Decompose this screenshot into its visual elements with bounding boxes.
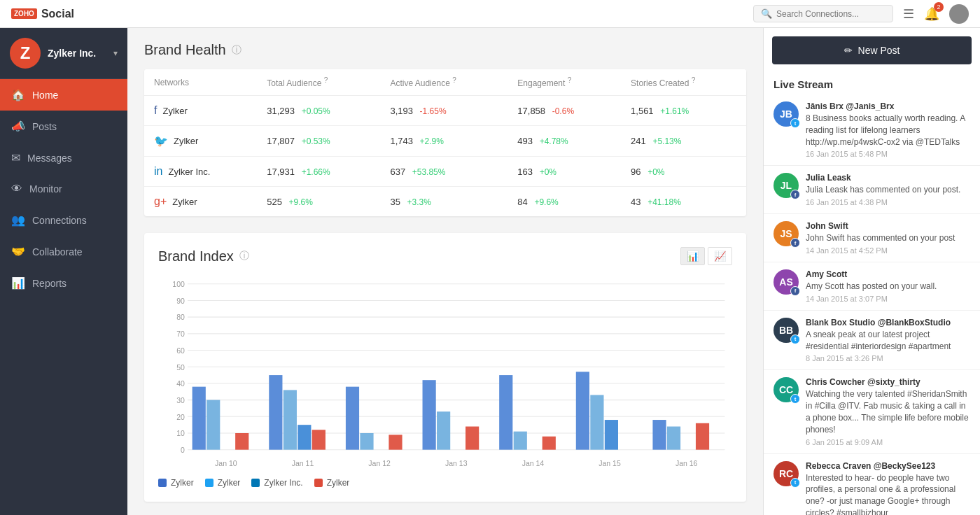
avatar: BB t (774, 318, 799, 343)
engagement-change: +0% (540, 167, 556, 177)
stream-name: John Swift (806, 221, 970, 231)
legend-item: Zylker Inc. (251, 478, 302, 488)
active-audience-change: +53.85% (412, 167, 446, 177)
engagement-cell: 163 +0% (507, 157, 621, 187)
user-avatar[interactable] (949, 4, 969, 24)
stream-name: Blank Box Studio @BlankBoxStudio (806, 318, 970, 327)
avatar: JB t (774, 101, 799, 127)
engagement-change: +4.78% (540, 136, 568, 146)
total-audience-cell: 525 +9.6% (257, 187, 380, 217)
legend-color-dot (158, 479, 167, 487)
svg-text:Jan 13: Jan 13 (445, 459, 468, 467)
network-badge: f (790, 286, 800, 296)
stream-text: Amy Scott has posted on your wall. (806, 281, 970, 292)
active-audience-cell: 1,743 +2.9% (380, 126, 507, 157)
avatar: JL f (774, 173, 799, 198)
stream-text: 8 Business books actually worth reading.… (806, 113, 970, 148)
list-item[interactable]: JS f John Swift John Swift has commented… (764, 214, 980, 262)
col-active-audience: Active Audience ? (380, 69, 507, 96)
sidebar-item-home[interactable]: 🏠 Home (0, 79, 127, 111)
svg-rect-40 (388, 435, 402, 449)
stories-change: +41.18% (648, 197, 681, 207)
avatar: CC t (774, 377, 799, 402)
posts-icon: 📣 (11, 120, 25, 133)
stream-text: Watching the very talented #SheridanSmit… (806, 388, 970, 435)
svg-text:90: 90 (176, 297, 185, 305)
legend-color-dot (251, 479, 260, 487)
svg-rect-32 (437, 411, 450, 449)
line-chart-button[interactable]: 📈 (708, 247, 732, 265)
logo: ZOHO Social (11, 8, 74, 20)
stream-content: Blank Box Studio @BlankBoxStudio A sneak… (806, 318, 970, 363)
svg-text:60: 60 (176, 346, 185, 355)
legend-label: Zylker (218, 478, 241, 488)
network-badge: t (790, 478, 800, 488)
sidebar-brand[interactable]: Z Zylker Inc. ▾ (0, 28, 127, 79)
sidebar-item-monitor[interactable]: 👁 Monitor (0, 174, 127, 204)
network-cell: g+ Zylker (144, 187, 257, 217)
stream-name: Rebecca Craven @BeckySee123 (806, 461, 970, 471)
stream-list: JB t Jânis Brx @Janis_Brx 8 Business boo… (764, 94, 980, 515)
collaborate-icon: 🤝 (11, 245, 25, 258)
legend-color-dot (205, 479, 214, 487)
brand-index-info-icon[interactable]: ⓘ (239, 250, 249, 262)
active-audience-cell: 3,193 -1.65% (380, 96, 507, 126)
sidebar-label-messages: Messages (27, 153, 72, 164)
svg-text:Jan 16: Jan 16 (676, 459, 698, 467)
search-connections-input[interactable] (776, 9, 886, 19)
brand-health-info-icon[interactable]: ⓘ (232, 44, 241, 57)
chart-header: Brand Index ⓘ 📊 📈 (158, 247, 732, 265)
active-audience-cell: 637 +53.85% (380, 157, 507, 187)
network-name: Zylker Inc. (168, 167, 210, 177)
new-post-button[interactable]: ✏ New Post (772, 36, 972, 64)
network-badge: t (790, 394, 800, 404)
topbar-right: 🔍 ☰ 🔔 2 (753, 4, 969, 24)
twitter-icon: 🐦 (154, 134, 168, 148)
network-name: Zylker (172, 197, 197, 207)
list-item[interactable]: JB t Jânis Brx @Janis_Brx 8 Business boo… (764, 94, 980, 166)
svg-rect-33 (514, 432, 527, 450)
active-audience-value: 1,743 (390, 136, 413, 146)
svg-rect-41 (465, 427, 479, 450)
sidebar-item-messages[interactable]: ✉ Messages (0, 142, 127, 174)
sidebar-item-posts[interactable]: 📣 Posts (0, 111, 127, 142)
connections-icon: 👥 (11, 213, 25, 227)
sidebar-item-connections[interactable]: 👥 Connections (0, 204, 127, 236)
network-badge: f (790, 238, 800, 248)
list-item[interactable]: CC t Chris Cowcher @sixty_thirty Watchin… (764, 370, 980, 453)
list-item[interactable]: BB t Blank Box Studio @BlankBoxStudio A … (764, 311, 980, 371)
list-item[interactable]: AS f Amy Scott Amy Scott has posted on y… (764, 262, 980, 311)
topbar: ZOHO Social 🔍 ☰ 🔔 2 (0, 0, 980, 28)
chart-legend: ZylkerZylkerZylker Inc.Zylker (158, 478, 732, 488)
stories-change: +1.61% (660, 106, 689, 116)
search-connections-bar[interactable]: 🔍 (753, 5, 893, 22)
svg-text:Jan 14: Jan 14 (522, 459, 545, 467)
svg-text:30: 30 (176, 396, 185, 404)
new-post-label: New Post (858, 45, 900, 56)
list-item[interactable]: RC t Rebecca Craven @BeckySee123 Interes… (764, 454, 980, 515)
svg-rect-31 (360, 433, 373, 450)
sidebar-item-reports[interactable]: 📊 Reports (0, 267, 127, 299)
total-audience-change: +0.53% (302, 136, 330, 146)
bar-chart-button[interactable]: 📊 (680, 247, 705, 265)
active-audience-value: 637 (390, 167, 405, 177)
new-post-icon: ✏ (844, 45, 853, 56)
messages-icon: ✉ (11, 151, 20, 164)
menu-icon[interactable]: ☰ (903, 6, 914, 22)
network-name: Zylker (174, 136, 198, 146)
total-audience-cell: 17,931 +1.66% (257, 157, 380, 187)
stream-content: Chris Cowcher @sixty_thirty Watching the… (806, 377, 970, 446)
sidebar-label-monitor: Monitor (29, 183, 62, 195)
list-item[interactable]: JL f Julia Leask Julia Leask has comment… (764, 166, 980, 214)
notifications-icon[interactable]: 🔔 2 (924, 6, 939, 22)
svg-text:0: 0 (181, 446, 185, 454)
engagement-cell: 84 +9.6% (507, 187, 621, 217)
col-total-audience: Total Audience ? (257, 69, 380, 96)
sidebar-item-collaborate[interactable]: 🤝 Collaborate (0, 236, 127, 267)
active-audience-cell: 35 +3.3% (380, 187, 507, 217)
legend-label: Zylker Inc. (264, 478, 302, 488)
stream-content: Rebecca Craven @BeckySee123 Interested t… (806, 461, 970, 515)
sidebar-label-collaborate: Collaborate (32, 246, 83, 258)
stream-name: Amy Scott (806, 269, 970, 279)
svg-rect-30 (284, 390, 297, 449)
